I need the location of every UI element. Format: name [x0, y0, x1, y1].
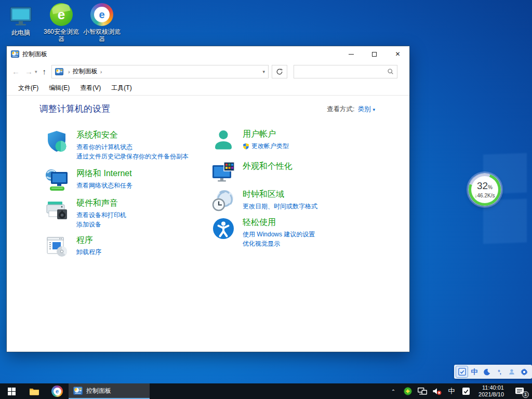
category-column-left: 系统和安全查看你的计算机状态通过文件历史记录保存你的文件备份副本网络和 Inte… [45, 129, 207, 265]
shield-category-icon[interactable] [45, 129, 70, 154]
category-title-link[interactable]: 程序 [76, 234, 101, 246]
ime-fullwidth-button[interactable] [481, 366, 493, 377]
category-task-link[interactable]: 更改帐户类型 [243, 141, 289, 151]
taskbar-item-control-panel[interactable]: 控制面板 [69, 383, 150, 399]
desktop-icon-360-browser[interactable]: e 360安全浏览器 [42, 2, 81, 43]
address-dropdown-icon[interactable]: ▾ [263, 69, 265, 74]
ime-chinese-mode-button[interactable]: 中 [469, 366, 480, 377]
view-by-label: 查看方式: [327, 105, 354, 114]
menu-item-3[interactable]: 工具(T) [106, 82, 137, 95]
close-button[interactable]: ✕ [386, 46, 409, 62]
category-task-link[interactable]: 优化视觉显示 [243, 239, 315, 248]
view-by-caret-icon[interactable]: ▾ [373, 107, 375, 112]
hardware-category-icon[interactable] [45, 197, 70, 222]
category-title-link[interactable]: 轻松使用 [243, 217, 315, 228]
file-explorer-button[interactable] [23, 383, 46, 399]
category-column-right: 用户帐户更改帐户类型外观和个性化时钟和区域更改日期、时间或数字格式轻松使用使用 … [211, 128, 393, 251]
address-bar[interactable]: › 控制面板 › ▾ [51, 65, 269, 78]
ime-user-button[interactable] [506, 366, 517, 377]
speed-ball-widget[interactable]: 32% ↓46.2K/s [469, 174, 501, 206]
breadcrumb-separator: › [100, 69, 102, 75]
category-task-link[interactable]: 添加设备 [76, 220, 126, 229]
control-panel-icon [73, 386, 83, 395]
gear-icon [521, 368, 528, 376]
category-task-link[interactable]: 卸载程序 [76, 247, 101, 257]
minimize-button[interactable] [339, 46, 363, 62]
search-box[interactable] [294, 65, 397, 78]
folder-icon [29, 387, 39, 395]
maximize-button[interactable] [363, 46, 386, 62]
tray-expand-button[interactable]: ⌃ [387, 383, 400, 399]
forward-button[interactable]: → [25, 67, 33, 76]
menu-item-1[interactable]: 编辑(E) [44, 82, 75, 95]
category-task-link[interactable]: 更改日期、时间或数字格式 [243, 202, 317, 211]
memory-percent: 32 [477, 180, 488, 191]
category-title-link[interactable]: 外观和个性化 [243, 161, 292, 172]
desktop-icon-xiaozhi-browser[interactable]: e 小智双核浏览器 [82, 2, 122, 43]
personalization-category-icon[interactable] [211, 160, 236, 185]
control-panel-icon [11, 50, 19, 58]
wallpaper-logo-pane [483, 199, 527, 244]
category-title-link[interactable]: 硬件和声音 [76, 197, 126, 209]
menu-item-2[interactable]: 查看(V) [75, 82, 106, 95]
start-button[interactable] [0, 383, 23, 399]
category-task-link[interactable]: 通过文件历史记录保存你的文件备份副本 [76, 152, 189, 161]
navigation-bar: ← → ▾ ↑ › 控制面板 › ▾ [7, 62, 409, 81]
view-by-control: 查看方式: 类别 ▾ [327, 105, 375, 114]
category-title-link[interactable]: 系统和安全 [76, 129, 189, 141]
category-task-link[interactable]: 查看设备和打印机 [76, 210, 126, 220]
notification-count-badge: 1 [522, 391, 529, 398]
breadcrumb-control-panel[interactable]: 控制面板 [73, 67, 98, 76]
action-center-button[interactable]: 1 [510, 383, 530, 399]
back-button[interactable]: ← [12, 67, 20, 76]
history-dropdown-icon[interactable]: ▾ [35, 69, 37, 74]
tray-360-icon[interactable] [402, 383, 414, 399]
clock-category-icon[interactable] [211, 188, 236, 213]
category-item: 网络和 Internet查看网络状态和任务 [45, 167, 207, 192]
ime-toolbar: 中 °, [454, 365, 532, 379]
clock-date: 2021/8/10 [478, 391, 504, 398]
tray-ime-check-icon[interactable] [460, 383, 472, 399]
search-input[interactable] [297, 68, 387, 75]
taskbar-clock[interactable]: 11:40:01 2021/8/10 [474, 384, 508, 398]
menu-item-0[interactable]: 文件(F) [13, 82, 44, 95]
360-browser-icon: e [42, 2, 81, 26]
category-task-link[interactable]: 查看你的计算机状态 [76, 142, 189, 152]
ime-punctuation-button[interactable]: °, [494, 366, 505, 377]
control-panel-window: 控制面板 ✕ ← → ▾ ↑ › 控制面板 › ▾ [6, 46, 410, 352]
browser-button[interactable]: e [46, 383, 69, 399]
refresh-button[interactable] [272, 65, 287, 78]
browser-icon: e [51, 385, 63, 397]
tray-volume-muted-icon[interactable] [431, 383, 443, 399]
network-category-icon[interactable] [45, 167, 70, 192]
control-panel-icon [55, 68, 63, 76]
title-bar[interactable]: 控制面板 ✕ [7, 46, 409, 62]
category-task-link[interactable]: 使用 Windows 建议的设置 [243, 230, 315, 239]
view-by-value[interactable]: 类别 [357, 105, 370, 114]
category-item: 硬件和声音查看设备和打印机添加设备 [45, 197, 207, 229]
uac-shield-icon [243, 143, 249, 150]
minimize-icon [349, 54, 354, 55]
category-item: 时钟和区域更改日期、时间或数字格式 [211, 188, 393, 213]
menu-bar: 文件(F)编辑(E)查看(V)工具(T) [7, 81, 409, 96]
taskbar: e 控制面板 ⌃ 中 11:40:01 2021/8/10 [0, 383, 532, 399]
category-item: 程序卸载程序 [45, 234, 207, 259]
refresh-icon [276, 68, 283, 75]
ime-settings-button[interactable] [518, 366, 530, 377]
category-title-link[interactable]: 用户帐户 [243, 128, 289, 140]
xiaozhi-browser-icon: e [82, 2, 122, 26]
user-category-icon[interactable] [211, 128, 236, 153]
tray-network-icon[interactable] [416, 383, 429, 399]
programs-category-icon[interactable] [45, 234, 70, 259]
desktop-icon-this-pc[interactable]: 此电脑 [1, 3, 41, 36]
breadcrumb-separator: › [68, 69, 70, 75]
category-title-link[interactable]: 时钟和区域 [243, 189, 317, 200]
ease-category-icon[interactable] [211, 216, 236, 241]
check-square-icon [458, 368, 466, 376]
category-task-link[interactable]: 查看网络状态和任务 [76, 181, 132, 190]
moon-icon [483, 368, 490, 376]
tray-input-indicator[interactable]: 中 [445, 383, 458, 399]
ime-state-button[interactable] [456, 366, 468, 377]
category-title-link[interactable]: 网络和 Internet [76, 168, 132, 179]
up-button[interactable]: ↑ [43, 67, 47, 76]
